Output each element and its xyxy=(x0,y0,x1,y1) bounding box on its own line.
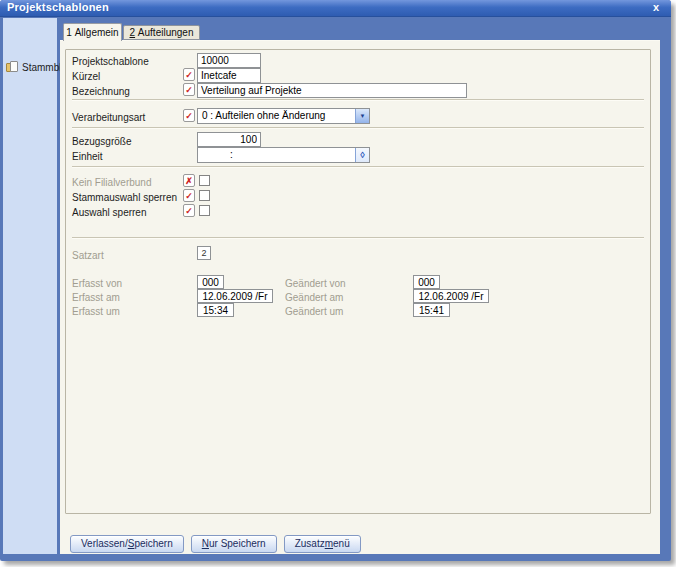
kuerzel-input[interactable] xyxy=(197,68,261,83)
separator xyxy=(72,127,644,129)
projektschablonen-window: Projektschablonen x Stammblatt 1 Allgeme… xyxy=(0,0,671,561)
button-text: enü xyxy=(333,538,350,549)
geaendert-von-value xyxy=(413,275,440,289)
required-check-icon: ✓ xyxy=(183,109,195,122)
erfasst-von-value xyxy=(197,275,224,289)
tab-aufteilungen-number: 2 xyxy=(130,27,136,38)
tab-allgemein-number: 1 xyxy=(66,27,72,38)
stammblatt-icon-front xyxy=(10,61,18,72)
einheit-label: Einheit xyxy=(72,151,103,162)
projektschablone-label: Projektschablone xyxy=(72,56,149,67)
kein-filialverbund-checkbox[interactable] xyxy=(199,175,210,186)
close-icon[interactable]: x xyxy=(653,1,659,13)
einheit-value: : xyxy=(198,148,355,162)
button-text: Verlassen/ xyxy=(81,538,128,549)
required-check-icon: ✓ xyxy=(183,204,195,217)
window-title: Projektschablonen xyxy=(7,1,109,13)
required-check-icon: ✓ xyxy=(183,83,195,96)
bezeichnung-input[interactable] xyxy=(197,83,467,98)
projektschablone-input[interactable] xyxy=(197,53,261,68)
erfasst-am-label: Erfasst am xyxy=(72,292,120,303)
button-text: ur Speichern xyxy=(209,538,266,549)
verarbeitungsart-label: Verarbeitungsart xyxy=(72,112,145,123)
satzart-label: Satzart xyxy=(72,250,104,261)
bezugsgroesse-label: Bezugsgröße xyxy=(72,136,131,147)
bezugsgroesse-input[interactable] xyxy=(197,132,261,147)
separator xyxy=(72,99,644,101)
button-mnemonic: m xyxy=(325,538,333,549)
separator xyxy=(72,237,644,239)
geaendert-am-label: Geändert am xyxy=(285,292,343,303)
erfasst-um-label: Erfasst um xyxy=(72,306,120,317)
button-text: peichern xyxy=(134,538,172,549)
geaendert-am-value xyxy=(413,289,489,303)
erfasst-am-value xyxy=(197,289,273,303)
geaendert-um-value xyxy=(413,303,450,317)
nur-speichern-button[interactable]: Nur Speichern xyxy=(191,535,277,553)
verarbeitungsart-value: 0 : Aufteilen ohne Änderung xyxy=(198,109,355,123)
chevron-down-icon[interactable]: ▼ xyxy=(355,109,369,123)
screen: Projektschablonen x Stammblatt 1 Allgeme… xyxy=(0,0,676,567)
separator xyxy=(72,166,644,168)
stammblatt-icon xyxy=(6,61,19,73)
kuerzel-label: Kürzel xyxy=(72,71,100,82)
button-text: Zusatz xyxy=(295,538,325,549)
tab-aufteilungen[interactable]: 2 Aufteilungen xyxy=(123,25,200,40)
sidebar: Stammblatt xyxy=(3,18,57,554)
required-check-icon: ✓ xyxy=(183,68,195,81)
tab-aufteilungen-label: Aufteilungen xyxy=(138,27,194,38)
einheit-field[interactable]: : ◊ xyxy=(197,147,370,163)
auswahl-sperren-checkbox[interactable] xyxy=(199,205,210,216)
erfasst-von-label: Erfasst von xyxy=(72,278,122,289)
verarbeitungsart-select[interactable]: 0 : Aufteilen ohne Änderung ▼ xyxy=(197,108,370,124)
tab-allgemein-label: Allgemein xyxy=(75,27,119,38)
verlassen-speichern-button[interactable]: Verlassen/Speichern xyxy=(70,535,184,553)
bezeichnung-label: Bezeichnung xyxy=(72,86,130,97)
button-mnemonic: N xyxy=(202,538,209,549)
unit-picker-icon[interactable]: ◊ xyxy=(355,148,369,162)
titlebar: Projektschablonen x xyxy=(0,0,671,17)
satzart-value: 2 xyxy=(197,246,211,260)
tab-allgemein[interactable]: 1 Allgemein xyxy=(63,23,122,41)
erfasst-um-value xyxy=(197,303,234,317)
required-cross-icon: ✗ xyxy=(183,174,195,187)
auswahl-sperren-label: Auswahl sperren xyxy=(72,207,146,218)
zusatzmenu-button[interactable]: Zusatzmenü xyxy=(284,535,361,553)
button-row: Verlassen/Speichern Nur Speichern Zusatz… xyxy=(70,535,361,553)
kein-filialverbund-label: Kein Filialverbund xyxy=(72,177,152,188)
stammauswahl-sperren-label: Stammauswahl sperren xyxy=(72,192,177,203)
geaendert-um-label: Geändert um xyxy=(285,306,343,317)
stammauswahl-sperren-checkbox[interactable] xyxy=(199,190,210,201)
required-check-icon: ✓ xyxy=(183,189,195,202)
geaendert-von-label: Geändert von xyxy=(285,278,346,289)
